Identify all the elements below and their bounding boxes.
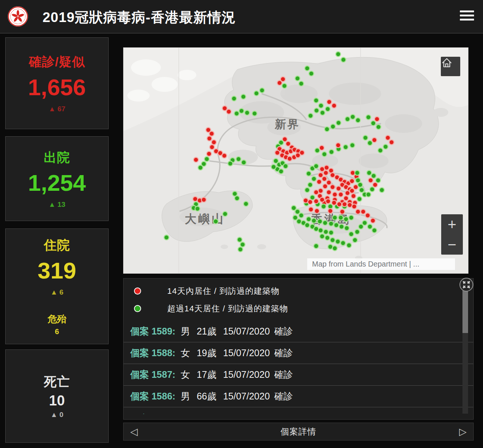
home-icon xyxy=(441,57,453,69)
map-attribution[interactable]: Map from Lands Department | ... xyxy=(307,258,455,270)
case-status: 確診 xyxy=(274,368,293,381)
stat-card-confirmed: 確診/疑似 1,656 ▲ 67 xyxy=(5,37,109,129)
case-number: 個案 1585: xyxy=(130,413,175,414)
stat-value: 1,254 xyxy=(28,171,86,195)
legend-label: 14天內居住 / 到訪過的建築物 xyxy=(167,286,280,297)
case-status: 確診 xyxy=(274,390,293,402)
stat-label: 住院 xyxy=(44,237,70,254)
map-label-lantau: 大嶼山 xyxy=(185,212,225,225)
zoom-in-button[interactable]: + xyxy=(441,214,463,234)
expand-arrows-icon xyxy=(462,280,471,289)
case-date: 15/07/2020 xyxy=(223,348,270,358)
case-status: 確診 xyxy=(274,347,293,359)
stat-card-deaths: 死亡 10 ▲ 0 xyxy=(5,349,109,443)
case-row-1587[interactable]: 個案 1587: 女 17歲 15/07/2020 確診 xyxy=(124,364,474,386)
legend-label: 超過14天居住 / 到訪過的建築物 xyxy=(167,303,288,314)
stat-card-discharged: 出院 1,254 ▲ 13 xyxy=(5,136,109,221)
basemap: 新界 大嶼山 香港島 xyxy=(124,48,468,273)
map-label-new-territories: 新界 xyxy=(274,118,300,130)
legend-row-older: 超過14天居住 / 到訪過的建築物 xyxy=(124,300,473,317)
stat-value: 1,656 xyxy=(28,76,86,99)
case-row-1585-partial[interactable]: 個案 1585: 男 15/07/2020 確診 xyxy=(124,407,474,414)
case-number: 個案 1587: xyxy=(130,368,175,381)
case-detail-nav-bar: ◁ 個案詳情 ▷ xyxy=(123,423,474,441)
case-row-1586[interactable]: 個案 1586: 男 66歲 15/07/2020 確診 xyxy=(124,386,474,407)
app-header: 2019冠狀病毒病-香港最新情況 xyxy=(0,0,483,34)
case-number: 個案 1589: xyxy=(130,325,175,337)
stat-label: 出院 xyxy=(44,149,70,166)
case-age: 19歲 xyxy=(197,347,216,359)
zoom-out-button[interactable]: − xyxy=(441,234,463,255)
case-gender: 男 xyxy=(181,390,190,402)
case-date: 15/07/2020 xyxy=(223,391,270,402)
case-gender: 男 xyxy=(181,413,190,414)
map-zoom-control: + − xyxy=(441,214,463,255)
stat-delta: ▲ 13 xyxy=(49,200,65,209)
stat-sub-label-critical: 危殆 xyxy=(48,313,66,325)
next-page-chevron-icon[interactable]: ▷ xyxy=(452,426,473,438)
case-detail-bar-title: 個案詳情 xyxy=(281,426,317,438)
case-row-1589[interactable]: 個案 1589: 男 21歲 15/07/2020 確診 xyxy=(124,321,474,342)
stat-label: 死亡 xyxy=(44,373,70,391)
menu-hamburger-icon[interactable] xyxy=(460,10,475,23)
case-number: 個案 1588: xyxy=(130,347,175,359)
case-status: 確診 xyxy=(248,413,267,414)
stat-delta: ▲ 0 xyxy=(50,411,63,419)
hk-gov-logo-icon xyxy=(7,6,28,27)
case-detail-panel: 14天內居住 / 到訪過的建築物 超過14天居住 / 到訪過的建築物 個案 15… xyxy=(123,278,474,420)
case-gender: 女 xyxy=(181,347,190,359)
case-status: 確診 xyxy=(274,325,293,337)
red-dot-icon xyxy=(134,287,141,295)
panel-scrollbar[interactable] xyxy=(462,285,468,414)
panel-expand-button[interactable] xyxy=(459,278,473,292)
case-date: 15/07/2020 xyxy=(223,326,270,337)
case-date: 15/07/2020 xyxy=(197,413,243,414)
map-canvas[interactable]: 新界 大嶼山 香港島 + − Map from Lands Department… xyxy=(123,47,468,274)
case-number: 個案 1586: xyxy=(130,390,175,402)
case-list: 個案 1589: 男 21歲 15/07/2020 確診 個案 1588: 女 … xyxy=(124,321,474,414)
stat-sub-value-critical: 6 xyxy=(55,327,59,336)
stat-delta: ▲ 6 xyxy=(50,288,63,296)
prev-page-chevron-icon[interactable]: ◁ xyxy=(124,426,144,438)
stat-delta: ▲ 67 xyxy=(49,105,65,113)
scrollbar-thumb[interactable] xyxy=(462,285,468,333)
case-gender: 男 xyxy=(181,325,190,337)
case-date: 15/07/2020 xyxy=(223,369,270,380)
stat-value: 10 xyxy=(49,393,65,408)
case-age: 66歲 xyxy=(197,390,216,402)
case-gender: 女 xyxy=(181,368,190,381)
stat-card-hospitalised: 住院 319 ▲ 6 危殆 6 xyxy=(5,228,109,344)
legend-row-recent: 14天內居住 / 到訪過的建築物 xyxy=(124,282,473,300)
green-dot-icon xyxy=(134,305,141,312)
case-age: 17歲 xyxy=(197,368,216,381)
case-age: 21歲 xyxy=(197,325,216,337)
stat-label: 確診/疑似 xyxy=(29,53,85,71)
map-home-button[interactable] xyxy=(441,57,460,76)
stat-value: 319 xyxy=(38,259,76,282)
case-row-1588[interactable]: 個案 1588: 女 19歲 15/07/2020 確診 xyxy=(124,342,474,364)
page-title: 2019冠狀病毒病-香港最新情況 xyxy=(43,8,236,27)
